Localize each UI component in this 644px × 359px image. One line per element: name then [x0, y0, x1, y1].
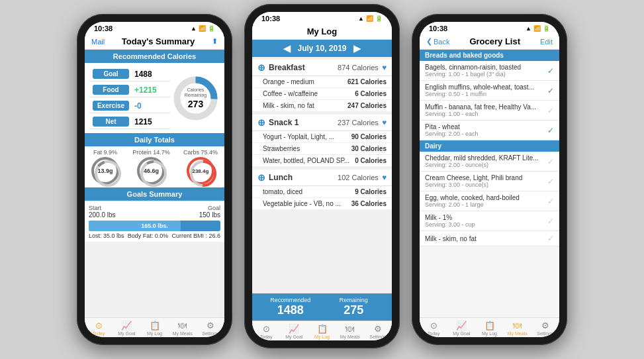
mymeals-icon: 🍽	[178, 321, 187, 331]
tab3-mymeals-icon: 🍽	[513, 321, 522, 331]
grocery-bagels[interactable]: Bagels, cinnamon-raisin, toasted Serving…	[420, 61, 559, 81]
daily-totals-section-header: Daily Totals	[85, 133, 224, 146]
grocery-title: Grocery List	[469, 36, 520, 46]
tab-settings[interactable]: ⚙ Settings	[197, 321, 224, 336]
tab2-mylog[interactable]: 📋 My Log	[308, 324, 336, 339]
start-label: Start200.0 lbs	[89, 205, 116, 219]
food-veg-juice[interactable]: Vegetable juice - VB, no ... 36 Calories	[252, 198, 392, 210]
chevron-left-icon: ❮	[426, 37, 432, 46]
banana-muffin-serving: Serving: 1.00 - each	[425, 111, 536, 117]
tab-today[interactable]: ⊙ Today	[85, 321, 113, 336]
milk-skim-text: Milk - skim, no fat	[425, 235, 477, 242]
current-weight: 165.0 lbs.	[141, 221, 168, 231]
tab2-mygoal-icon: 📈	[289, 324, 299, 334]
grocery-cheddar[interactable]: Cheddar, mild shredded, KRAFT Lite... Se…	[420, 152, 559, 172]
recommended-value: 1488	[259, 303, 322, 317]
milk1-check-icon: ✓	[547, 217, 554, 226]
cal-row-exercise: Exercise -0	[89, 99, 171, 113]
carbs-label: Carbs 75.4%	[183, 149, 218, 156]
pita-text: Pita - wheat Serving: 2.00 - each	[425, 123, 479, 137]
phone-1-screen: 10:38 ▲ 📶 🔋 Mail Today's Summary ⬆ Recom…	[85, 22, 224, 337]
grocery-cream-cheese[interactable]: Cream Cheese, Light, Phili brand Serving…	[420, 172, 559, 191]
lost-stat: Lost: 35.0 lbs	[89, 232, 124, 239]
tab-mygoal[interactable]: 📈 My Goal	[113, 321, 140, 336]
bagels-name: Bagels, cinnamon-raisin, toasted	[425, 64, 521, 71]
goal-label-weight: Goal150 lbs	[199, 205, 220, 219]
grocery-pita[interactable]: Pita - wheat Serving: 2.00 - each ✓	[420, 121, 559, 140]
breakfast-heart-icon[interactable]: ♥	[382, 63, 387, 72]
tab2-mymeals[interactable]: 🍽 My Meals	[336, 324, 364, 339]
mail-button[interactable]: Mail	[91, 38, 105, 46]
status-bar-2: 10:38 ▲ 📶 🔋	[252, 12, 392, 24]
cheddar-text: Cheddar, mild shredded, KRAFT Lite... Se…	[425, 154, 539, 168]
milk-skim-name: Milk - skim, no fat	[425, 235, 477, 242]
next-date-arrow[interactable]: ▶	[353, 43, 361, 54]
breakfast-label: Breakfast	[269, 63, 305, 72]
food-tomato[interactable]: tomato, diced 9 Calories	[252, 186, 392, 198]
grocery-banana-muffin[interactable]: Muffin - banana, fat free, Healthy Va...…	[420, 101, 559, 121]
food-water[interactable]: Water, bottled, POLAND SP... 0 Calories	[252, 155, 392, 167]
log-content: ⊕ Breakfast 874 Calories ♥ Orange - medi…	[252, 57, 392, 293]
tab2-mymeals-icon: 🍽	[345, 324, 354, 334]
pita-name: Pita - wheat	[425, 123, 479, 130]
breakfast-cal-value: 874 Calories	[338, 64, 379, 72]
food-strawberries[interactable]: Strawberries 30 Calories	[252, 143, 392, 155]
tab3-mygoal[interactable]: 📈 My Goal	[447, 321, 475, 336]
status-icons-1: ▲ 📶 🔋	[191, 25, 215, 32]
meal-snack1-title: ⊕ Snack 1	[257, 117, 299, 128]
grocery-muffins[interactable]: English muffins, whole-wheat, toast... S…	[420, 81, 559, 101]
grocery-egg[interactable]: Egg, whole, cooked, hard-boiled Serving:…	[420, 191, 559, 211]
tab3-today[interactable]: ⊙ Today	[420, 321, 447, 336]
food-milk-cal: 247 Calories	[347, 102, 387, 109]
cal-row-net: Net 1215	[89, 115, 171, 129]
meal-lunch-title: ⊕ Lunch	[257, 172, 293, 183]
food-orange-name: Orange - medium	[263, 78, 314, 85]
snack1-heart-icon[interactable]: ♥	[382, 118, 387, 127]
food-orange[interactable]: Orange - medium 621 Calories	[252, 76, 392, 88]
tab3-settings[interactable]: ⚙ Settings	[531, 321, 559, 336]
food-coffee-cal: 6 Calories	[355, 90, 387, 97]
lunch-heart-icon[interactable]: ♥	[382, 173, 387, 182]
macros-row: Fat 9.9% 13.9g Protein 14.7%	[85, 146, 224, 187]
macro-fat: Fat 9.9% 13.9g	[91, 149, 119, 185]
tab2-mylog-icon: 📋	[317, 324, 328, 334]
tab-bar-2: ⊙ Today 📈 My Goal 📋 My Log 🍽 My Meals ⚙	[252, 321, 392, 340]
protein-label: Protein 14.7%	[132, 149, 170, 156]
lunch-add-icon[interactable]: ⊕	[257, 172, 265, 183]
cream-cheese-text: Cream Cheese, Light, Phili brand Serving…	[425, 174, 522, 188]
lunch-label: Lunch	[269, 173, 293, 182]
tab-mylog[interactable]: 📋 My Log	[140, 321, 168, 336]
tab2-today[interactable]: ⊙ Today	[252, 324, 280, 339]
tab2-settings[interactable]: ⚙ Settings	[364, 324, 392, 339]
food-coffee[interactable]: Coffee - w/caffeine 6 Calories	[252, 88, 392, 100]
grocery-milk-skim[interactable]: Milk - skim, no fat ✓	[420, 231, 559, 246]
food-tomato-name: tomato, diced	[263, 188, 302, 195]
grocery-milk1[interactable]: Milk - 1% Serving: 3.00 - cup ✓	[420, 211, 559, 231]
back-button[interactable]: ❮ Back	[426, 37, 449, 46]
tab3-mymeals[interactable]: 🍽 My Meals	[504, 321, 531, 336]
share-icon[interactable]: ⬆	[212, 37, 218, 46]
meal-snack1-header: ⊕ Snack 1 237 Calories ♥	[252, 115, 392, 131]
carbs-circle: 238.4g	[187, 157, 214, 185]
tab3-today-label: Today	[428, 331, 440, 336]
edit-button[interactable]: Edit	[540, 38, 553, 46]
page-title-2: My Log	[307, 26, 338, 36]
breakfast-add-icon[interactable]: ⊕	[257, 62, 265, 73]
goals-labels-row: Start200.0 lbs Goal150 lbs	[89, 205, 220, 219]
snack1-add-icon[interactable]: ⊕	[257, 117, 265, 128]
food-yogurt[interactable]: Yogurt - Yoplait, Light, ... 90 Calories	[252, 131, 392, 143]
muffins-text: English muffins, whole-wheat, toast... S…	[425, 83, 534, 97]
banana-muffin-name: Muffin - banana, fat free, Healthy Va...	[425, 103, 536, 111]
bagels-text: Bagels, cinnamon-raisin, toasted Serving…	[425, 64, 521, 77]
today-icon: ⊙	[95, 321, 103, 331]
food-milk-name: Milk - skim, no fat	[263, 102, 314, 109]
tab2-mygoal[interactable]: 📈 My Goal	[280, 324, 308, 339]
prev-date-arrow[interactable]: ◀	[283, 43, 291, 54]
tab3-mylog[interactable]: 📋 My Log	[475, 321, 503, 336]
fat-value: 13.9g	[98, 168, 113, 174]
cream-cheese-serving: Serving: 3.00 - ounce(s)	[425, 181, 522, 188]
net-value: 1215	[134, 117, 152, 127]
food-milk[interactable]: Milk - skim, no fat 247 Calories	[252, 100, 392, 112]
tab-mymeals[interactable]: 🍽 My Meals	[169, 321, 197, 336]
phone-3-screen: 10:38 ▲ 📶 🔋 ❮ Back Grocery List Edit Bre…	[420, 22, 559, 337]
